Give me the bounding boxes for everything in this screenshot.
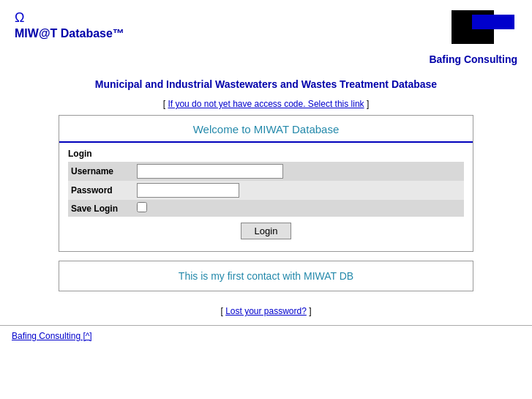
login-btn-row — [68, 217, 464, 247]
app-title: MIW@T Database™ — [15, 27, 124, 40]
save-login-checkbox[interactable] — [137, 202, 147, 212]
access-code-suffix: ] — [364, 99, 370, 109]
access-code-link[interactable]: If you do not yet have access code. Sele… — [168, 99, 364, 109]
header: Ω MIW@T Database™ Bafing Consulting — [0, 0, 532, 72]
table-row: Username — [68, 162, 464, 181]
welcome-box: Welcome to MIWAT Database Login Username… — [59, 115, 473, 252]
save-login-label: Save Login — [68, 200, 134, 217]
login-table: Username Password Save Login — [68, 162, 464, 217]
table-row: Password — [68, 181, 464, 200]
login-button[interactable] — [241, 223, 292, 239]
lost-password-suffix: ] — [307, 306, 312, 316]
footer-link[interactable]: Bafing Consulting [^] — [12, 331, 92, 341]
username-cell — [134, 162, 464, 181]
login-section: Login Username Password Save Login — [59, 143, 473, 251]
company-name: Bafing Consulting — [429, 53, 517, 65]
login-section-label: Login — [68, 149, 464, 162]
lost-password-link[interactable]: Lost your password? — [225, 306, 307, 316]
password-cell — [134, 181, 464, 200]
password-label: Password — [68, 181, 134, 200]
page-subtitle: Municipal and Industrial Wastewaters and… — [0, 72, 532, 94]
password-input[interactable] — [137, 183, 239, 198]
logo-blue-rect — [472, 15, 514, 29]
lost-password-row: [ Lost your password? ] — [0, 299, 532, 325]
username-input[interactable] — [137, 164, 283, 179]
access-code-row: [ If you do not yet have access code. Se… — [0, 94, 532, 115]
omega-icon: Ω — [15, 10, 124, 26]
save-login-cell — [134, 200, 464, 217]
welcome-title: Welcome to MIWAT Database — [59, 116, 473, 141]
footer: Bafing Consulting [^] — [0, 325, 532, 346]
logo-graphic — [452, 10, 517, 51]
table-row: Save Login — [68, 200, 464, 217]
header-right: Bafing Consulting — [429, 10, 517, 65]
first-contact-box[interactable]: This is my first contact with MIWAT DB — [59, 261, 473, 291]
header-left: Ω MIW@T Database™ — [15, 10, 124, 40]
username-label: Username — [68, 162, 134, 181]
